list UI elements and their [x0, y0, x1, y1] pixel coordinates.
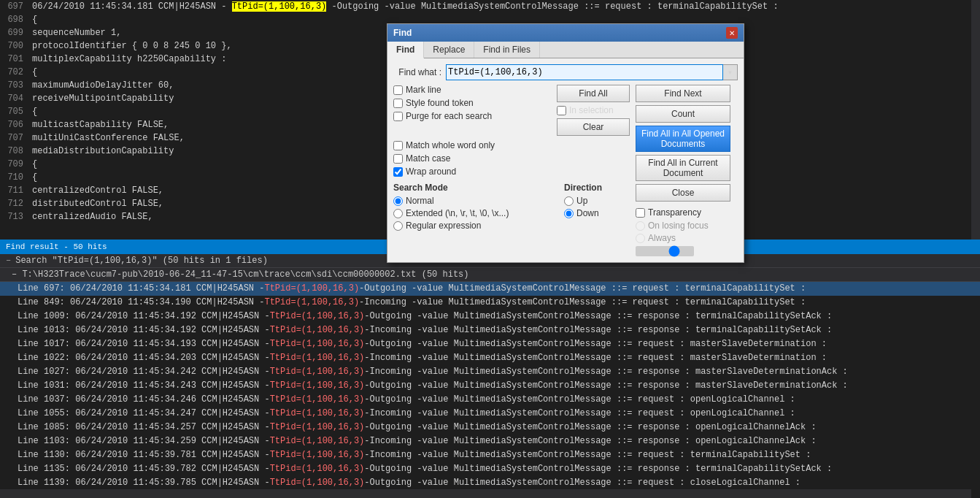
- line-content: distributedControl FALSE,: [29, 197, 163, 210]
- transparency-slider[interactable]: [636, 246, 694, 256]
- direction-up-radio[interactable]: [564, 196, 574, 206]
- close-button[interactable]: Close: [636, 184, 730, 202]
- count-button[interactable]: Count: [636, 105, 730, 123]
- tab-find-in-files[interactable]: Find in Files: [474, 42, 540, 58]
- horizontal-scrollbar-results[interactable]: [0, 489, 971, 498]
- search-result-item[interactable]: Line 1085: 06/24/2010 11:45:34.257 CCM|H…: [0, 421, 980, 434]
- match-case-checkbox[interactable]: [393, 154, 403, 164]
- line-content: protocolIdentifier { 0 0 8 245 0 10 },: [29, 39, 232, 53]
- match-case-row: Match case: [393, 153, 630, 164]
- mark-line-checkbox[interactable]: [393, 85, 403, 95]
- line-content: sequenceNumber 1,: [29, 26, 121, 39]
- search-result-item[interactable]: Line 1027: 06/24/2010 11:45:34.242 CCM|H…: [0, 365, 980, 379]
- find-dropdown-button[interactable]: ▼: [723, 64, 738, 80]
- line-content: 06/24/2010 11:45:34.181 CCM|H245ASN - Tt…: [29, 0, 779, 13]
- mark-line-row: Mark line: [393, 85, 551, 95]
- search-result-item[interactable]: Line 1135: 06/24/2010 11:45:39.782 CCM|H…: [0, 462, 980, 476]
- search-mode-regex: Regular expression: [393, 221, 558, 231]
- find-all-opened-button[interactable]: Find All in All Opened Documents: [636, 126, 730, 152]
- direction-down-radio[interactable]: [564, 209, 574, 218]
- search-result-item[interactable]: Line 1103: 06/24/2010 11:45:34.259 CCM|H…: [0, 434, 980, 448]
- mode-normal-radio[interactable]: [393, 196, 403, 206]
- search-mode-extended: Extended (\n, \r, \t, \0, \x...): [393, 208, 558, 218]
- dialog-close-button[interactable]: ✕: [726, 27, 738, 39]
- vertical-scrollbar-editor[interactable]: [971, 0, 980, 240]
- line-content: maximumAudioDelayJitter 60,: [29, 79, 174, 92]
- line-number: 710: [0, 171, 29, 184]
- code-line: 69706/24/2010 11:45:34.181 CCM|H245ASN -…: [0, 0, 980, 13]
- on-losing-focus-radio: [636, 221, 645, 231]
- direction-up: Up: [564, 196, 630, 206]
- mode-extended-label: Extended (\n, \r, \t, \0, \x...): [406, 208, 509, 218]
- direction-down: Down: [564, 208, 630, 218]
- tab-replace[interactable]: Replace: [424, 42, 474, 58]
- line-number: 700: [0, 39, 29, 53]
- clear-button[interactable]: Clear: [557, 118, 630, 136]
- find-input[interactable]: [446, 64, 723, 80]
- wrap-around-checkbox[interactable]: [393, 167, 403, 177]
- find-all-button[interactable]: Find All: [557, 85, 630, 102]
- file-path: T:\H323Trace\cucm7-pub\2010-06-24_11-47-…: [22, 269, 468, 280]
- always-radio: [636, 234, 645, 243]
- mark-line-label: Mark line: [406, 85, 441, 95]
- search-result-item[interactable]: Line 849: 06/24/2010 11:45:34.190 CCM|H2…: [0, 296, 980, 310]
- transparency-checkbox[interactable]: [636, 208, 645, 218]
- line-content: multiUniCastConference FALSE,: [29, 131, 185, 145]
- match-whole-word-row: Match whole word only: [393, 140, 630, 150]
- search-file-header: – T:\H323Trace\cucm7-pub\2010-06-24_11-4…: [0, 268, 980, 282]
- search-result-item[interactable]: Line 697: 06/24/2010 11:45:34.181 CCM|H2…: [0, 282, 980, 296]
- transparency-row: Transparency: [636, 207, 738, 218]
- dialog-right-column: Find Next Count Find All in All Opened D…: [636, 85, 738, 256]
- line-number: 707: [0, 131, 29, 145]
- line-number: 711: [0, 184, 29, 197]
- find-what-label: Find what :: [393, 67, 446, 77]
- line-number: 712: [0, 197, 29, 210]
- transparency-label: Transparency: [648, 207, 701, 218]
- direction-title: Direction: [564, 183, 630, 193]
- search-result-item[interactable]: Line 1037: 06/24/2010 11:45:34.246 CCM|H…: [0, 393, 980, 407]
- search-result-item[interactable]: Line 1013: 06/24/2010 11:45:34.192 CCM|H…: [0, 323, 980, 337]
- match-whole-word-checkbox[interactable]: [393, 141, 403, 150]
- tab-find[interactable]: Find: [387, 42, 424, 58]
- find-next-button[interactable]: Find Next: [636, 85, 730, 102]
- dialog-title: Find: [393, 28, 412, 38]
- line-content: {: [29, 105, 37, 118]
- search-result-item[interactable]: Line 1009: 06/24/2010 11:45:34.192 CCM|H…: [0, 310, 980, 323]
- find-all-current-button[interactable]: Find All in Current Document: [636, 155, 730, 181]
- purge-search-label: Purge for each search: [406, 111, 492, 121]
- mode-normal-label: Normal: [406, 196, 434, 206]
- line-content: {: [29, 66, 37, 79]
- purge-search-checkbox[interactable]: [393, 112, 403, 121]
- search-result-item[interactable]: Line 1022: 06/24/2010 11:45:34.203 CCM|H…: [0, 351, 980, 365]
- wrap-around-label: Wrap around: [406, 166, 456, 177]
- always-row: Always: [636, 233, 738, 243]
- search-result-item[interactable]: Line 1130: 06/24/2010 11:45:39.781 CCM|H…: [0, 448, 980, 462]
- search-result-item[interactable]: Line 1139: 06/24/2010 11:45:39.785 CCM|H…: [0, 476, 980, 490]
- line-number: 709: [0, 158, 29, 171]
- on-losing-focus-row: On losing focus: [636, 221, 738, 231]
- match-whole-word-label: Match whole word only: [406, 140, 495, 150]
- match-case-label: Match case: [406, 153, 450, 164]
- line-content: mediaDistributionCapability: [29, 145, 174, 158]
- transparency-section: Transparency On losing focus Always: [636, 207, 738, 256]
- in-selection-label: In selection: [569, 105, 614, 115]
- search-result-item[interactable]: Line 1055: 06/24/2010 11:45:34.247 CCM|H…: [0, 407, 980, 421]
- search-result-item[interactable]: Line 1017: 06/24/2010 11:45:34.193 CCM|H…: [0, 337, 980, 351]
- line-content: centralizedControl FALSE,: [29, 184, 163, 197]
- mode-extended-radio[interactable]: [393, 209, 403, 218]
- line-content: multiplexCapability h2250Capability :: [29, 53, 226, 66]
- style-found-checkbox[interactable]: [393, 99, 403, 108]
- mode-regex-radio[interactable]: [393, 221, 403, 231]
- style-found-label: Style found token: [406, 98, 474, 108]
- dialog-columns: Mark line Style found token Purge for ea…: [393, 85, 738, 256]
- line-content: {: [29, 171, 37, 184]
- line-number: 701: [0, 53, 29, 66]
- find-dialog: Find ✕ Find Replace Find in Files Find w…: [387, 23, 744, 263]
- search-mode-normal: Normal: [393, 196, 558, 206]
- direction-down-label: Down: [576, 208, 599, 218]
- search-result-item[interactable]: Line 1031: 06/24/2010 11:45:34.243 CCM|H…: [0, 379, 980, 393]
- search-mode-title: Search Mode: [393, 183, 558, 193]
- wrap-around-row: Wrap around: [393, 166, 630, 177]
- line-content: {: [29, 158, 37, 171]
- in-selection-checkbox[interactable]: [557, 106, 566, 115]
